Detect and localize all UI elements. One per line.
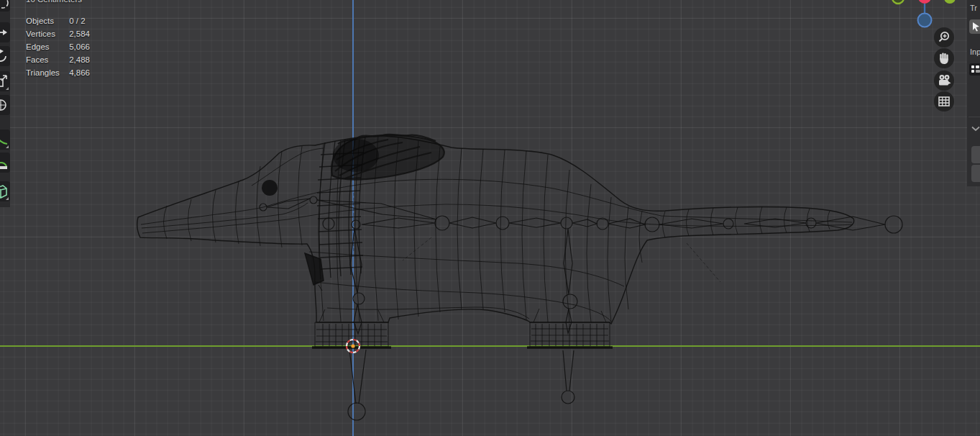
axis-y2-green-icon xyxy=(944,0,956,4)
select-cursor-icon xyxy=(971,22,980,32)
side-panel: Tr Inp xyxy=(967,0,980,186)
zoom-icon xyxy=(938,31,951,44)
submenu-corner xyxy=(6,197,9,200)
axis-z-blue-icon xyxy=(918,14,932,27)
panel-button-bottom[interactable] xyxy=(971,165,980,182)
stat-edges: Edges 5,066 xyxy=(26,40,90,53)
panel-separator xyxy=(968,117,980,117)
panel-button-top[interactable] xyxy=(971,146,980,163)
viewport-grid xyxy=(0,0,980,436)
navigation-gizmo[interactable] xyxy=(888,0,967,35)
grid-scale-label: 10 Centimeters xyxy=(26,0,82,4)
chevron-down-icon[interactable] xyxy=(971,126,980,132)
camera-view-button[interactable] xyxy=(934,71,954,91)
grid-ortho-button[interactable] xyxy=(934,91,954,112)
axis-line-blue xyxy=(352,0,354,436)
blender-3d-viewport[interactable]: 10 Centimeters Objects 0 / 2 Vertices 2,… xyxy=(0,0,980,436)
submenu-corner xyxy=(6,145,9,148)
axis-line-green xyxy=(0,345,980,347)
left-toolbar xyxy=(0,0,10,207)
pan-hand-icon xyxy=(938,52,951,65)
transform-label: Tr xyxy=(970,4,980,12)
select-tool-button[interactable] xyxy=(969,19,980,34)
statistics-overlay: Objects 0 / 2 Vertices 2,584 Edges 5,066… xyxy=(26,14,90,79)
stat-vertices: Vertices 2,584 xyxy=(26,27,90,40)
stat-faces: Faces 2,488 xyxy=(26,53,90,66)
measure-tool-button[interactable] xyxy=(0,153,10,173)
add-cube-tool-button[interactable] xyxy=(0,181,10,201)
rotate-tool-button[interactable] xyxy=(0,46,10,66)
submenu-corner xyxy=(6,87,9,90)
axis-x-red-icon xyxy=(918,0,931,4)
annotate-tool-button[interactable] xyxy=(0,130,10,150)
camera-view-icon xyxy=(938,74,951,87)
axis-y-green-icon xyxy=(892,0,904,4)
grid-ortho-icon xyxy=(938,95,951,108)
scale-tool-button[interactable] xyxy=(0,71,10,91)
keyboard-icon[interactable] xyxy=(969,63,980,76)
pan-button[interactable] xyxy=(934,48,954,68)
cursor-tool-button[interactable] xyxy=(0,0,10,12)
transform-tool-button[interactable] xyxy=(0,95,10,115)
input-label: Inp xyxy=(970,47,980,56)
stat-triangles: Triangles 4,866 xyxy=(26,66,90,79)
move-tool-button[interactable] xyxy=(0,22,10,42)
stat-objects: Objects 0 / 2 xyxy=(26,14,90,27)
zoom-button[interactable] xyxy=(934,27,954,47)
